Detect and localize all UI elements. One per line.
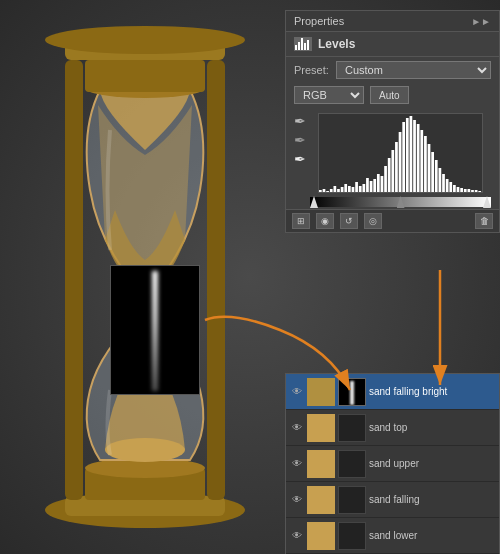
panel-expand-icon[interactable]: ►► <box>471 16 491 27</box>
layer-eye-icon[interactable]: 👁 <box>290 421 304 435</box>
svg-rect-52 <box>453 185 456 192</box>
svg-rect-20 <box>337 189 340 192</box>
layer-name-sand-falling: sand falling <box>369 494 495 505</box>
svg-rect-30 <box>373 179 376 192</box>
layer-row[interactable]: 👁 sand lower <box>286 518 499 554</box>
svg-rect-26 <box>359 186 362 192</box>
svg-rect-15 <box>319 190 322 192</box>
svg-rect-40 <box>410 116 413 192</box>
histogram-area <box>318 113 483 193</box>
main-container: Mask Properties ►► Levels Preset: <box>0 0 500 554</box>
histogram-svg <box>319 114 482 192</box>
layer-row[interactable]: 👁 sand falling bright <box>286 374 499 410</box>
highlight-slider[interactable] <box>483 196 491 208</box>
layer-mask-stream <box>350 381 354 405</box>
svg-rect-24 <box>352 187 355 192</box>
shadow-slider[interactable] <box>310 196 318 208</box>
svg-rect-53 <box>457 187 460 192</box>
levels-icon-bar <box>295 45 297 50</box>
layer-thumb-sand-falling-bright <box>307 378 335 406</box>
layer-row[interactable]: 👁 sand top <box>286 410 499 446</box>
midtone-slider[interactable] <box>397 196 405 208</box>
layer-name-sand-lower: sand lower <box>369 530 495 541</box>
svg-rect-48 <box>439 168 442 192</box>
svg-rect-16 <box>323 189 326 192</box>
properties-header: Properties ►► <box>286 11 499 32</box>
visibility-button[interactable]: ◉ <box>316 213 334 229</box>
svg-rect-31 <box>377 174 380 192</box>
svg-rect-32 <box>381 176 384 192</box>
layer-eye-icon[interactable]: 👁 <box>290 529 304 543</box>
layer-mask-empty <box>338 522 366 550</box>
svg-rect-28 <box>366 178 369 192</box>
reset-button[interactable]: ↺ <box>340 213 358 229</box>
svg-rect-45 <box>428 144 431 192</box>
layer-mask-empty <box>338 414 366 442</box>
layer-name-sand-top: sand top <box>369 422 495 433</box>
svg-rect-19 <box>333 186 336 192</box>
preset-select[interactable]: Custom <box>336 61 491 79</box>
levels-icon-bars <box>294 37 312 51</box>
layer-eye-icon[interactable]: 👁 <box>290 493 304 507</box>
layer-row[interactable]: 👁 sand falling <box>286 482 499 518</box>
levels-icon-bar <box>298 42 300 50</box>
output-levels-bar <box>310 197 491 207</box>
mask-overlay-inner <box>111 266 199 394</box>
delete-button[interactable]: 🗑 <box>475 213 493 229</box>
svg-rect-29 <box>370 181 373 192</box>
svg-rect-57 <box>471 190 474 192</box>
auto-button[interactable]: Auto <box>370 86 409 104</box>
svg-rect-47 <box>435 160 438 192</box>
layer-row[interactable]: 👁 sand upper <box>286 446 499 482</box>
svg-rect-49 <box>442 174 445 192</box>
svg-point-11 <box>45 26 245 54</box>
new-adjustment-button[interactable]: ⊞ <box>292 213 310 229</box>
svg-rect-58 <box>475 190 478 192</box>
preset-label: Preset: <box>294 64 330 76</box>
black-point-eyedropper[interactable]: ✒ <box>294 113 306 129</box>
svg-rect-25 <box>355 182 358 192</box>
clip-button[interactable]: ◎ <box>364 213 382 229</box>
svg-rect-12 <box>65 60 83 500</box>
svg-rect-21 <box>341 187 344 192</box>
svg-rect-55 <box>464 189 467 192</box>
layer-eye-icon[interactable]: 👁 <box>290 457 304 471</box>
levels-label: Levels <box>318 37 355 51</box>
svg-rect-42 <box>417 124 420 192</box>
svg-rect-59 <box>478 191 481 192</box>
svg-rect-13 <box>207 60 225 500</box>
svg-rect-27 <box>362 184 365 192</box>
svg-rect-34 <box>388 158 391 192</box>
properties-toolbar: ⊞ ◉ ↺ ◎ 🗑 <box>286 209 499 232</box>
svg-rect-9 <box>85 60 205 92</box>
channel-row: RGB Red Green Blue Auto <box>286 83 499 107</box>
svg-rect-43 <box>420 130 423 192</box>
gray-point-eyedropper[interactable]: ✒ <box>294 132 306 148</box>
svg-rect-17 <box>326 191 329 192</box>
layer-eye-icon[interactable]: 👁 <box>290 385 304 399</box>
svg-rect-56 <box>468 189 471 192</box>
white-point-eyedropper[interactable]: ✒ <box>294 151 306 167</box>
layer-mask-thumb <box>338 378 366 406</box>
svg-rect-54 <box>460 188 463 192</box>
svg-rect-50 <box>446 179 449 192</box>
svg-rect-33 <box>384 166 387 192</box>
svg-rect-39 <box>406 118 409 192</box>
svg-rect-41 <box>413 120 416 192</box>
svg-rect-38 <box>402 122 405 192</box>
layer-mask-empty <box>338 450 366 478</box>
levels-icon-bar <box>304 43 306 50</box>
levels-icon-bar <box>301 38 303 50</box>
histogram-container <box>310 109 491 207</box>
channel-select[interactable]: RGB Red Green Blue <box>294 86 364 104</box>
svg-rect-44 <box>424 136 427 192</box>
properties-panel: Properties ►► Levels Preset: Custom <box>285 10 500 233</box>
layer-mask-empty <box>338 486 366 514</box>
levels-icon-bar <box>307 40 309 50</box>
mask-overlay <box>110 265 200 395</box>
layers-panel: 👁 sand falling bright 👁 sand top 👁 sand … <box>285 373 500 554</box>
svg-rect-46 <box>431 152 434 192</box>
layer-thumb-sand-falling <box>307 486 335 514</box>
svg-rect-36 <box>395 142 398 192</box>
histogram-eyedropper-row: ✒ ✒ ✒ <box>294 109 491 207</box>
